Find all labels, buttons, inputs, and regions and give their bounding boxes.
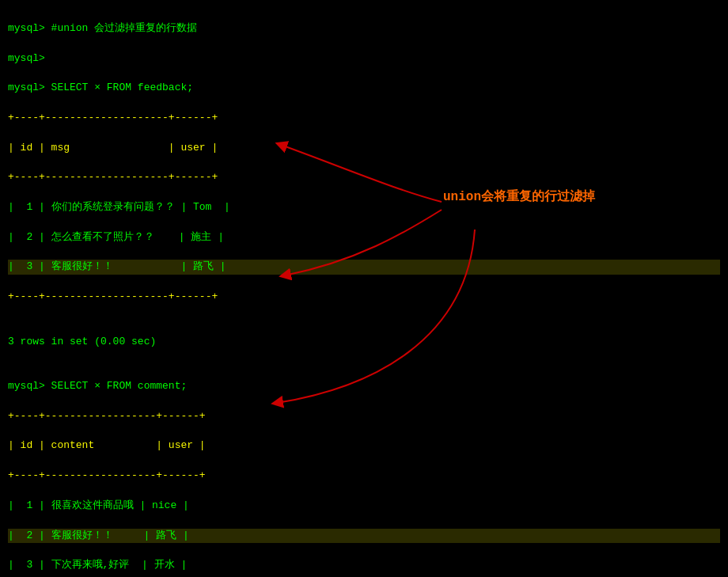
line-18: | 1 | 很喜欢这件商品哦 | nice | xyxy=(8,499,720,514)
line-6: +----+--------------------+------+ xyxy=(8,170,720,185)
terminal: mysql> #union 会过滤掉重复的行数据 mysql> mysql> S… xyxy=(8,6,720,577)
line-7: | 1 | 你们的系统登录有问题？？ | Tom | xyxy=(8,200,720,215)
line-2: mysql> xyxy=(8,51,720,66)
line-9: | 3 | 客服很好！！ | 路飞 | xyxy=(8,260,720,275)
line-3: mysql> SELECT × FROM feedback; xyxy=(8,81,720,96)
line-12: 3 rows in set (0.00 sec) xyxy=(8,335,720,350)
line-14: mysql> SELECT × FROM comment; xyxy=(8,379,720,394)
line-1: mysql> #union 会过滤掉重复的行数据 xyxy=(8,21,720,36)
annotation-label: union会将重复的行过滤掉 xyxy=(443,188,595,207)
line-20: | 3 | 下次再来哦,好评 | 开水 | xyxy=(8,558,720,573)
line-8: | 2 | 怎么查看不了照片？？ | 施主 | xyxy=(8,230,720,245)
line-16: | id | content | user | xyxy=(8,438,720,454)
line-5: | id | msg | user | xyxy=(8,141,720,156)
line-4: +----+--------------------+------+ xyxy=(8,111,720,126)
line-17: +----+------------------+------+ xyxy=(8,469,720,484)
line-15: +----+------------------+------+ xyxy=(8,409,720,424)
line-19: | 2 | 客服很好！！ | 路飞 | xyxy=(8,529,720,544)
line-10: +----+--------------------+------+ xyxy=(8,290,720,305)
